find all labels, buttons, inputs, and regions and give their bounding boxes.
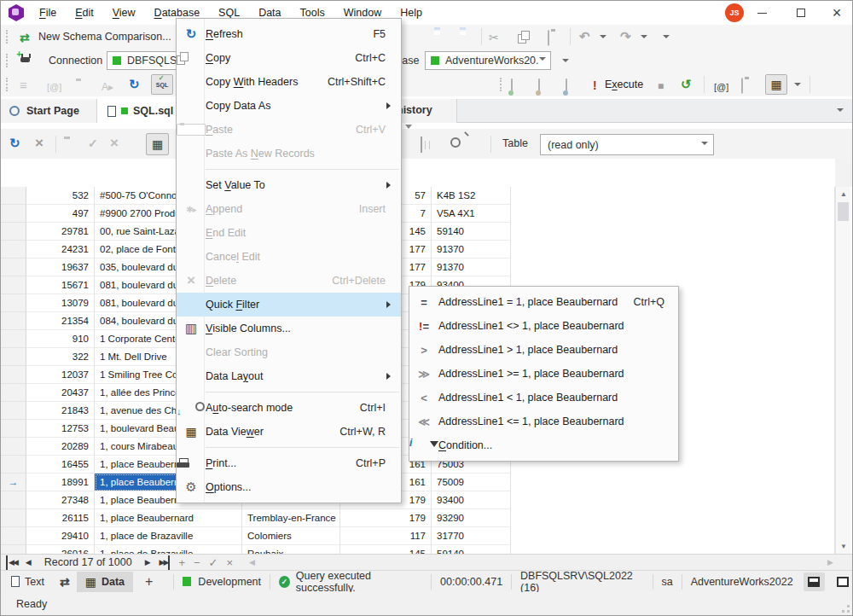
cell-addressid[interactable]: 910 [26,330,95,348]
autocorrect-button[interactable] [102,78,113,94]
hide-results-pane-button[interactable] [832,572,853,591]
cell-postalcode[interactable]: 91370 [432,241,511,259]
cut-button[interactable] [489,30,499,45]
cell-postalcode[interactable]: 93290 [432,509,511,527]
table-row[interactable]: 2423102, place de Fontenoy17791370 [1,241,835,259]
vertical-scrollbar[interactable]: ▲ ▼ [835,187,850,554]
scroll-down-icon[interactable]: ▼ [840,543,847,550]
menu-item-visible-columns[interactable]: Visible Columns... [177,317,401,340]
database-dropdown-icon[interactable] [539,57,546,64]
menu-edit[interactable]: Edit [66,1,103,25]
filter-item-addressline1-1-place-beaubernard[interactable]: AddressLine1 > 1, place Beaubernard [409,338,678,362]
menu-item-data-layout[interactable]: Data Layout [177,364,401,388]
menu-view[interactable]: View [103,1,145,25]
cell-addressid[interactable]: 29410 [26,527,95,545]
menu-item-print[interactable]: Print...Ctrl+P [177,451,401,475]
tab-start-page[interactable]: Start Page [1,99,97,123]
cell-addressline1[interactable]: 1, place de Brazaville [95,545,242,554]
cell-addressline1[interactable]: 1, place de Brazaville [95,527,242,545]
cell-postalcode[interactable]: V5A 4X1 [432,205,511,223]
db-edit-button[interactable] [511,79,513,95]
history-button[interactable] [681,77,692,92]
menu-item-data-viewer[interactable]: Data ViewerCtrl+W, R [177,420,401,444]
collapse-chevron-icon[interactable] [405,125,412,132]
db-refresh-button[interactable] [538,79,540,95]
cell-addressid[interactable]: 15671 [26,276,95,294]
redo-button[interactable] [620,29,631,44]
menu-file[interactable]: File [30,1,66,25]
table-row[interactable]: →189911, place BeaubernardParis16175009 [1,474,835,491]
undo-dropdown-icon[interactable] [600,35,606,42]
menu-item-copy-with-headers[interactable]: Copy With HeadersCtrl+Shift+C [177,70,401,94]
table-row[interactable]: 532#500-75 O'Connor Street57K4B 1S2 [1,187,835,205]
undo-button[interactable] [579,29,590,44]
first-record-icon[interactable] [6,555,17,570]
filter-item-addressline1-1-place-beaubernard[interactable]: AddressLine1 >= 1, place Beaubernard [409,362,678,386]
new-schema-comparison-button[interactable]: New Schema Comparison... [38,31,171,43]
scroll-up-icon[interactable]: ▲ [840,190,847,198]
environment-label[interactable]: Development [198,576,261,588]
cell-addressid[interactable]: 19637 [26,259,95,276]
cell-addressid[interactable]: 18991 [26,474,95,491]
filter-item-addressline1-1-place-beaubernard[interactable]: AddressLine1 < 1, place Beaubernard [409,386,678,410]
add-view-icon[interactable] [145,574,153,590]
cell-addressid[interactable]: 24231 [26,241,95,259]
cell-postalcode[interactable]: 31770 [432,527,511,545]
redo-dropdown-icon[interactable] [641,35,647,42]
cell-postalcode[interactable]: 93400 [432,491,511,509]
cancel-changes-button[interactable] [110,135,119,152]
tab-data-view[interactable]: Data [77,572,133,592]
mail-results-button[interactable] [714,78,728,94]
cell-addressid[interactable]: 20289 [26,438,95,456]
db-commit-button[interactable] [566,79,567,95]
toolbar-grip[interactable] [6,54,8,67]
menu-item-set-value-to[interactable]: Set Value To [177,173,401,197]
stop-button[interactable] [658,78,664,93]
menu-item-refresh[interactable]: RefreshF5 [177,22,401,46]
format-button[interactable] [20,78,27,93]
cell-addressid[interactable]: 12753 [26,420,95,438]
tab-overflow-icon[interactable] [837,108,844,115]
card-view-toggle-button[interactable] [146,133,169,155]
append-record-icon[interactable] [178,555,185,570]
resize-grip[interactable] [847,610,850,613]
menu-item-copy-data-as[interactable]: Copy Data As [177,94,401,118]
refresh-data-button[interactable] [9,136,20,151]
cell-stateprovinceid[interactable]: 145 [340,545,432,554]
menu-item-options[interactable]: Options... [177,475,401,499]
table-row[interactable]: 273481, place BeaubernardSaint-Denis1799… [1,491,835,509]
next-record-icon[interactable] [145,555,151,570]
refresh-schema-button[interactable] [129,77,140,92]
table-row[interactable]: 260161, place de BrazavilleRoubaix145591… [1,545,835,554]
database-name[interactable]: AdventureWorks2022 [691,576,793,588]
table-row[interactable]: 2978100, rue Saint-Lazare14559140 [1,223,835,241]
cell-city[interactable]: Tremblay-en-France [242,509,340,527]
table-row[interactable]: 294101, place de BrazavilleColomiers1173… [1,527,835,545]
paste-button[interactable] [548,31,549,46]
minimize-button[interactable] [745,1,779,25]
toolbar-grip[interactable] [6,30,8,44]
close-button[interactable] [820,1,853,25]
table-row[interactable]: 497#9900 2700 Production Way7V5A 4X1 [1,205,835,223]
cell-addressid[interactable]: 497 [26,205,95,223]
toolbar-overflow-icon[interactable] [562,59,569,66]
hscroll-left-icon[interactable] [249,555,255,570]
filter-item-addressline1-1-place-beaubernard[interactable]: AddressLine1 <> 1, place Beaubernard [409,314,678,338]
filter-item-addressline1-1-place-beaubernard[interactable]: AddressLine1 <= 1, place Beaubernard [409,410,678,433]
toolbar-overflow-icon[interactable] [663,35,670,42]
table-dropdown-icon[interactable] [701,142,708,148]
user-name[interactable]: sa [662,576,673,588]
server-name[interactable]: DBFSQLSRV\SQL2022 (16) [520,570,644,594]
filter-item-addressline1-1-place-beaubernard[interactable]: AddressLine1 = 1, place BeaubernardCtrl+… [409,290,678,314]
execute-button[interactable]: Execute [605,78,643,90]
apply-changes-button[interactable] [88,136,98,151]
last-record-icon[interactable] [160,555,171,570]
cell-addressid[interactable]: 26016 [26,545,95,554]
cell-postalcode[interactable]: 75009 [432,474,511,491]
cell-city[interactable]: Roubaix [242,545,340,554]
validate-sql-button[interactable]: SQL [151,74,173,95]
toolbar-grip[interactable] [500,78,502,91]
end-edit-icon[interactable] [209,555,218,570]
cell-addressid[interactable]: 21843 [26,402,95,420]
data-view-button[interactable] [765,74,787,95]
